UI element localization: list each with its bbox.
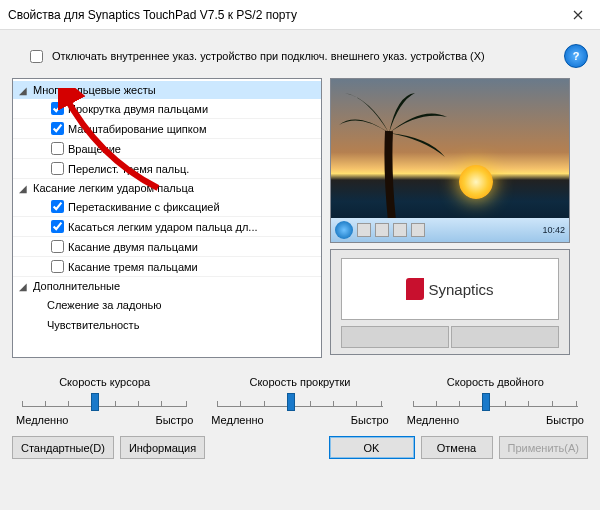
tree-item-sensitivity[interactable]: Чувствительность (13, 315, 321, 335)
palm-tree-graphic (337, 91, 457, 221)
tree-group-label: Многопальцевые жесты (33, 84, 156, 96)
synaptics-logo-text: Synaptics (428, 281, 493, 298)
slider-track[interactable] (413, 390, 578, 414)
slider-thumb[interactable] (91, 393, 99, 411)
slider-title: Скорость курсора (16, 376, 193, 388)
slider-title: Скорость прокрутки (211, 376, 388, 388)
synaptics-logo-icon (406, 278, 424, 300)
start-orb-icon (335, 221, 353, 239)
main-row: ◢ Многопальцевые жесты Прокрутка двумя п… (12, 78, 588, 358)
disable-internal-label: Отключать внутреннее указ. устройство пр… (52, 50, 485, 62)
taskbar-icon (375, 223, 389, 237)
slider-doubleclick-speed: Скорость двойного МедленноБыстро (407, 376, 584, 426)
tree-group-header[interactable]: ◢ Касание легким ударом пальца (13, 179, 321, 197)
slider-track[interactable] (22, 390, 187, 414)
tree-item-rotation[interactable]: Вращение (13, 139, 321, 159)
tree-item-drag-lock[interactable]: Перетаскивание с фиксацией (13, 197, 321, 217)
tree-item-palm-tracking[interactable]: Слежение за ладонью (13, 295, 321, 315)
touchpad-left-button (341, 326, 449, 348)
titlebar: Свойства для Synaptics TouchPad V7.5 к P… (0, 0, 600, 30)
slider-track[interactable] (217, 390, 382, 414)
disable-internal-checkbox-input[interactable] (30, 50, 43, 63)
taskbar-icon (357, 223, 371, 237)
tree-group-multitouch: ◢ Многопальцевые жесты Прокрутка двумя п… (13, 81, 321, 179)
tree-group-additional: ◢ Дополнительные Слежение за ладонью Чув… (13, 277, 321, 335)
tree-item-two-finger-tap[interactable]: Касание двумя пальцами (13, 237, 321, 257)
tree-group-label: Дополнительные (33, 280, 120, 292)
info-button[interactable]: Информация (120, 436, 205, 459)
slider-scroll-speed: Скорость прокрутки МедленноБыстро (211, 376, 388, 426)
collapse-icon[interactable]: ◢ (19, 183, 33, 194)
touchpad-graphic: Synaptics (330, 249, 570, 355)
tree-group-header[interactable]: ◢ Многопальцевые жесты (13, 81, 321, 99)
help-icon: ? (573, 50, 580, 62)
ok-button[interactable]: OK (329, 436, 415, 459)
tree-group-header[interactable]: ◢ Дополнительные (13, 277, 321, 295)
sliders-row: Скорость курсора МедленноБыстро Скорость… (12, 376, 588, 426)
slider-title: Скорость двойного (407, 376, 584, 388)
slider-thumb[interactable] (287, 393, 295, 411)
taskbar-icon (411, 223, 425, 237)
preview-taskbar: 10:42 (331, 218, 569, 242)
tree-item-three-finger-tap[interactable]: Касание тремя пальцами (13, 257, 321, 277)
tree-group-label: Касание легким ударом пальца (33, 182, 194, 194)
preview-panel: 10:42 Synaptics (330, 78, 570, 358)
collapse-icon[interactable]: ◢ (19, 281, 33, 292)
sun-graphic (459, 165, 493, 199)
defaults-button[interactable]: Стандартные(D) (12, 436, 114, 459)
slider-cursor-speed: Скорость курсора МедленноБыстро (16, 376, 193, 426)
preview-clock: 10:42 (542, 225, 565, 235)
taskbar-icon (393, 223, 407, 237)
slider-thumb[interactable] (482, 393, 490, 411)
tree-item-two-finger-scroll[interactable]: Прокрутка двумя пальцами (13, 99, 321, 119)
touchpad-surface: Synaptics (341, 258, 559, 320)
content-area: Отключать внутреннее указ. устройство пр… (0, 30, 600, 467)
close-button[interactable] (555, 0, 600, 30)
preview-image: 10:42 (330, 78, 570, 243)
tree-item-three-finger-flick[interactable]: Перелист. тремя пальц. (13, 159, 321, 179)
help-button[interactable]: ? (564, 44, 588, 68)
settings-tree[interactable]: ◢ Многопальцевые жесты Прокрутка двумя п… (12, 78, 322, 358)
tree-item-tap-to-click[interactable]: Касаться легким ударом пальца дл... (13, 217, 321, 237)
dialog-buttons: Стандартные(D) Информация OK Отмена Прим… (12, 436, 588, 459)
apply-button[interactable]: Применить(A) (499, 436, 589, 459)
touchpad-right-button (451, 326, 559, 348)
tree-group-tapping: ◢ Касание легким ударом пальца Перетаски… (13, 179, 321, 277)
window-title: Свойства для Synaptics TouchPad V7.5 к P… (8, 8, 555, 22)
disable-internal-checkbox[interactable]: Отключать внутреннее указ. устройство пр… (26, 47, 485, 66)
collapse-icon[interactable]: ◢ (19, 85, 33, 96)
cancel-button[interactable]: Отмена (421, 436, 493, 459)
top-option-row: Отключать внутреннее указ. устройство пр… (26, 44, 588, 68)
tree-item-pinch-zoom[interactable]: Масштабирование щипком (13, 119, 321, 139)
close-icon (573, 10, 583, 20)
touchpad-buttons (341, 326, 559, 348)
